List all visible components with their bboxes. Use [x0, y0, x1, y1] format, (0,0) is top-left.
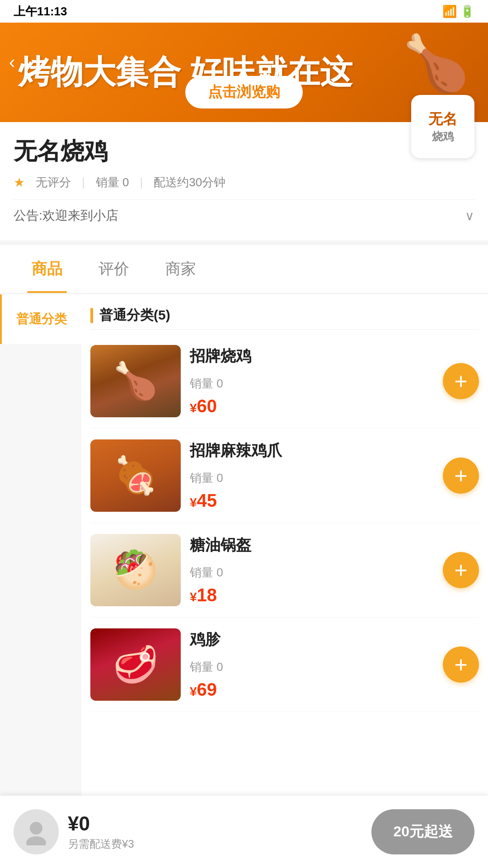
category-sidebar: 普通分类 — [0, 294, 81, 837]
currency-2: ¥ — [190, 590, 197, 604]
product-list: 普通分类(5) 招牌烧鸡 销量 0 ¥60 + 招牌麻辣鸡爪 销量 0 ¥45 — [81, 294, 488, 837]
svg-point-0 — [30, 822, 42, 835]
product-name-0: 招牌烧鸡 — [190, 346, 434, 367]
product-image-0 — [90, 345, 181, 417]
list-item: 招牌烧鸡 销量 0 ¥60 + — [90, 334, 479, 429]
banner-text: 烤物大集合 好味就在这 — [18, 54, 352, 90]
cart-info: ¥0 另需配送费¥3 — [68, 812, 371, 851]
currency-0: ¥ — [190, 401, 197, 415]
product-sales-3: 销量 0 — [190, 659, 434, 675]
cart-extra: 另需配送费¥3 — [68, 837, 371, 851]
product-price-0: ¥60 — [190, 396, 434, 416]
category-divider — [90, 329, 479, 330]
product-price-3: ¥69 — [190, 679, 434, 700]
back-icon[interactable]: ‹ — [9, 52, 15, 72]
product-sales-0: 销量 0 — [190, 376, 434, 392]
list-item: 糖油锅盔 销量 0 ¥18 + — [90, 523, 479, 618]
divider-2: | — [140, 175, 143, 189]
banner-button[interactable]: 点击浏览购 — [185, 76, 303, 108]
product-sales-2: 销量 0 — [190, 565, 434, 580]
checkout-button[interactable]: 20元起送 — [371, 809, 474, 854]
logo-text-2: 烧鸡 — [428, 129, 457, 144]
category-header: 普通分类(5) — [90, 294, 479, 329]
cart-avatar — [14, 809, 59, 854]
currency-3: ¥ — [190, 684, 197, 698]
product-price-2: ¥18 — [190, 585, 434, 605]
tab-reviews[interactable]: 评价 — [80, 245, 147, 293]
announcement-bar[interactable]: 公告:欢迎来到小店 ∨ — [14, 199, 474, 231]
store-rating: 无评分 — [36, 175, 71, 190]
add-to-cart-button-3[interactable]: + — [443, 646, 479, 683]
store-delivery-time: 配送约30分钟 — [154, 175, 225, 190]
store-name: 无名烧鸡 — [14, 136, 474, 167]
store-logo: 无名 烧鸡 — [411, 95, 474, 158]
star-icon: ★ — [14, 175, 25, 190]
status-time: 上午11:13 — [14, 4, 67, 19]
product-info-3: 鸡胗 销量 0 ¥69 — [190, 629, 434, 700]
banner-food-icon: 🍗 — [402, 32, 470, 95]
store-meta: ★ 无评分 | 销量 0 | 配送约30分钟 — [14, 175, 474, 190]
product-info-2: 糖油锅盔 销量 0 ¥18 — [190, 535, 434, 605]
list-item: 招牌麻辣鸡爪 销量 0 ¥45 + — [90, 429, 479, 523]
divider-1: | — [82, 175, 85, 189]
product-image-1 — [90, 439, 181, 512]
add-to-cart-button-0[interactable]: + — [443, 363, 479, 399]
currency-1: ¥ — [190, 495, 197, 509]
tabs-bar: 商品 评价 商家 — [0, 245, 488, 293]
logo-text-1: 无名 — [428, 109, 457, 129]
add-to-cart-button-1[interactable]: + — [443, 458, 479, 494]
product-image-2 — [90, 534, 181, 606]
tab-products[interactable]: 商品 — [14, 245, 80, 293]
announcement-text: 公告:欢迎来到小店 — [14, 207, 118, 224]
store-sales: 销量 0 — [96, 175, 129, 190]
svg-point-1 — [26, 836, 46, 845]
bottom-bar: ¥0 另需配送费¥3 20元起送 — [0, 796, 488, 868]
product-sales-1: 销量 0 — [190, 470, 434, 486]
cart-price: ¥0 — [68, 812, 371, 835]
product-name-3: 鸡胗 — [190, 629, 434, 650]
sidebar-item-general[interactable]: 普通分类 — [0, 294, 81, 344]
product-info-0: 招牌烧鸡 销量 0 ¥60 — [190, 346, 434, 416]
status-bar: 上午11:13 📶 🔋 — [0, 0, 488, 23]
tab-store[interactable]: 商家 — [147, 245, 214, 293]
status-icons: 📶 🔋 — [442, 5, 474, 19]
main-content: 普通分类 普通分类(5) 招牌烧鸡 销量 0 ¥60 + 招牌麻辣鸡爪 销量 0 — [0, 294, 488, 837]
category-title: 普通分类(5) — [99, 306, 170, 325]
add-to-cart-button-2[interactable]: + — [443, 552, 479, 588]
chevron-down-icon: ∨ — [465, 208, 474, 223]
product-image-3 — [90, 628, 181, 701]
product-price-1: ¥45 — [190, 491, 434, 511]
store-header: 无名 烧鸡 无名烧鸡 ★ 无评分 | 销量 0 | 配送约30分钟 公告:欢迎来… — [0, 122, 488, 241]
list-item: 鸡胗 销量 0 ¥69 + — [90, 618, 479, 712]
product-name-1: 招牌麻辣鸡爪 — [190, 440, 434, 461]
product-name-2: 糖油锅盔 — [190, 535, 434, 556]
product-info-1: 招牌麻辣鸡爪 销量 0 ¥45 — [190, 440, 434, 511]
